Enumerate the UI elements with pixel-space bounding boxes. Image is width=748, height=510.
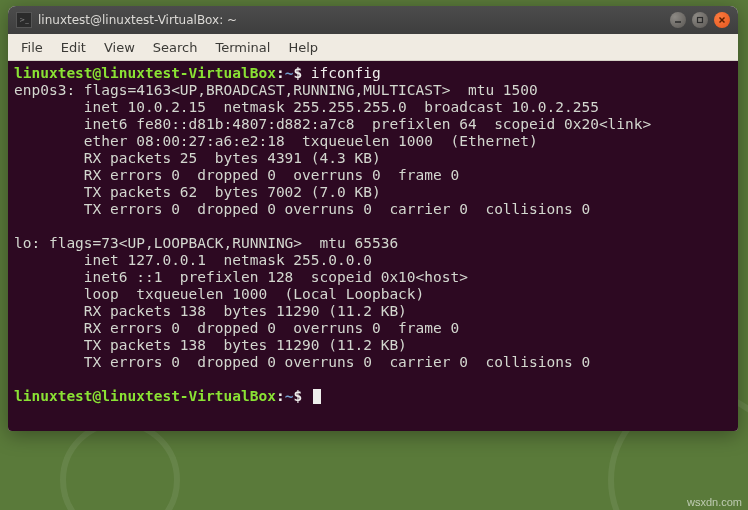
- watermark: wsxdn.com: [687, 496, 742, 508]
- output-line: RX packets 138 bytes 11290 (11.2 KB): [14, 303, 407, 319]
- maximize-button[interactable]: [692, 12, 708, 28]
- menu-terminal[interactable]: Terminal: [206, 36, 279, 59]
- prompt-user: linuxtest@linuxtest-VirtualBox: [14, 65, 276, 81]
- output-line: TX packets 138 bytes 11290 (11.2 KB): [14, 337, 407, 353]
- prompt-end: $: [293, 388, 302, 404]
- output-line: inet 10.0.2.15 netmask 255.255.255.0 bro…: [14, 99, 599, 115]
- menu-help[interactable]: Help: [279, 36, 327, 59]
- output-line: lo: flags=73<UP,LOOPBACK,RUNNING> mtu 65…: [14, 235, 398, 251]
- prompt-user: linuxtest@linuxtest-VirtualBox: [14, 388, 276, 404]
- terminal-window: >_ linuxtest@linuxtest-VirtualBox: ~ Fil…: [8, 6, 738, 431]
- minimize-button[interactable]: [670, 12, 686, 28]
- titlebar[interactable]: >_ linuxtest@linuxtest-VirtualBox: ~: [8, 6, 738, 34]
- command-text: ifconfig: [311, 65, 381, 81]
- output-line: ether 08:00:27:a6:e2:18 txqueuelen 1000 …: [14, 133, 538, 149]
- output-line: enp0s3: flags=4163<UP,BROADCAST,RUNNING,…: [14, 82, 538, 98]
- output-line: inet6 fe80::d81b:4807:d882:a7c8 prefixle…: [14, 116, 651, 132]
- menu-view[interactable]: View: [95, 36, 144, 59]
- menu-search[interactable]: Search: [144, 36, 207, 59]
- menubar: File Edit View Search Terminal Help: [8, 34, 738, 61]
- output-line: RX packets 25 bytes 4391 (4.3 KB): [14, 150, 381, 166]
- output-line: loop txqueuelen 1000 (Local Loopback): [14, 286, 424, 302]
- menu-file[interactable]: File: [12, 36, 52, 59]
- terminal-icon: >_: [16, 12, 32, 28]
- text-cursor: [313, 389, 321, 404]
- close-button[interactable]: [714, 12, 730, 28]
- output-line: TX errors 0 dropped 0 overruns 0 carrier…: [14, 354, 590, 370]
- output-line: inet 127.0.0.1 netmask 255.0.0.0: [14, 252, 372, 268]
- output-line: RX errors 0 dropped 0 overruns 0 frame 0: [14, 167, 459, 183]
- output-line: inet6 ::1 prefixlen 128 scopeid 0x10<hos…: [14, 269, 468, 285]
- window-controls: [670, 12, 730, 28]
- prompt-sep: :: [276, 65, 285, 81]
- terminal-body[interactable]: linuxtest@linuxtest-VirtualBox:~$ ifconf…: [8, 61, 738, 431]
- output-line: RX errors 0 dropped 0 overruns 0 frame 0: [14, 320, 459, 336]
- prompt-end: $: [293, 65, 302, 81]
- output-line: TX packets 62 bytes 7002 (7.0 KB): [14, 184, 381, 200]
- svg-rect-1: [698, 18, 703, 23]
- prompt-sep: :: [276, 388, 285, 404]
- bg-decoration: [60, 420, 180, 510]
- window-title: linuxtest@linuxtest-VirtualBox: ~: [38, 13, 670, 27]
- output-line: TX errors 0 dropped 0 overruns 0 carrier…: [14, 201, 590, 217]
- menu-edit[interactable]: Edit: [52, 36, 95, 59]
